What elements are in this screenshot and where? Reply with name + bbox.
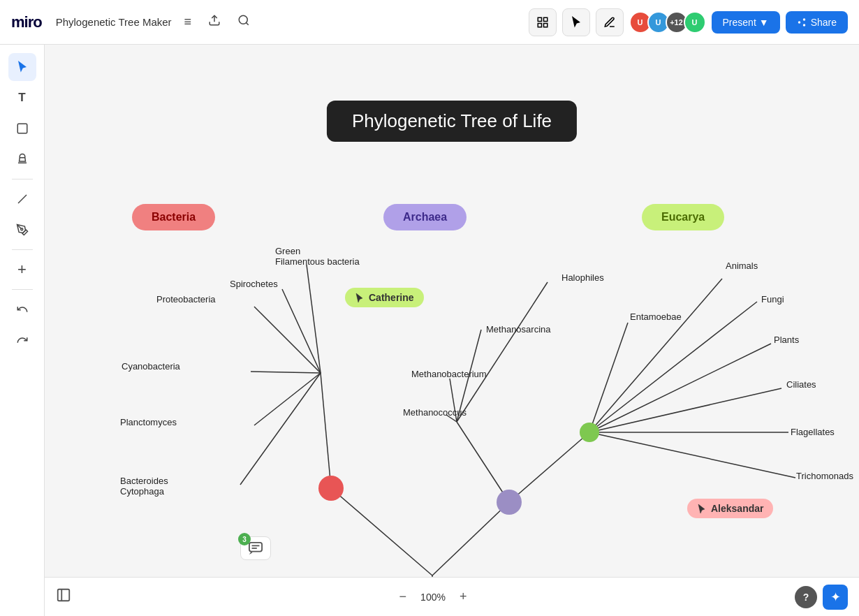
topbar: miro Phylogenetic Tree Maker ≡ U U +12 U… (0, 0, 859, 45)
svg-point-9 (20, 228, 22, 230)
label-flagellates: Flagellates (791, 427, 835, 437)
label-methanosarcina: Methanosarcina (486, 324, 551, 335)
eucarya-node (580, 423, 599, 442)
svg-line-2 (247, 22, 249, 24)
cursor-aleksandar: Aleksandar (687, 499, 773, 518)
svg-rect-7 (17, 124, 27, 133)
bottom-right-controls: ? ✦ (795, 585, 848, 610)
svg-line-32 (589, 432, 795, 478)
select-tool[interactable] (8, 53, 36, 81)
label-halophiles: Halophiles (561, 272, 604, 283)
label-animals: Animals (726, 261, 758, 271)
svg-line-8 (18, 195, 27, 203)
svg-point-1 (239, 15, 247, 24)
menu-button[interactable]: ≡ (180, 10, 196, 34)
app-logo: miro (11, 13, 42, 31)
label-bacteroides: BacteroidesCytophaga (120, 476, 168, 497)
svg-line-16 (254, 307, 321, 373)
comment-bubble[interactable]: 3 (240, 536, 271, 560)
svg-line-17 (251, 372, 321, 373)
bottombar: − 100% + ? ✦ (45, 577, 859, 616)
sidebar-divider-3 (12, 289, 33, 290)
text-tool[interactable]: T (8, 84, 36, 112)
svg-line-11 (331, 488, 432, 575)
ai-button[interactable]: ✦ (823, 585, 848, 610)
label-entamoebae: Entamoebae (630, 311, 682, 322)
apps-button[interactable] (529, 8, 557, 36)
avatar-3: U (684, 11, 706, 34)
pencil-mode-button[interactable] (596, 8, 624, 36)
label-fungi: Fungi (761, 294, 784, 305)
pointer-mode-button[interactable] (562, 8, 590, 36)
phylogenetic-tree-svg (45, 45, 859, 616)
topbar-center: U U +12 U Present ▼ Share (529, 8, 848, 36)
label-spirochetes: Spirochetes (230, 279, 278, 289)
label-cyanobacteria: Cyanobacteria (122, 361, 180, 372)
comment-count: 3 (238, 533, 251, 545)
svg-line-12 (432, 502, 509, 575)
panel-toggle[interactable] (56, 587, 71, 606)
svg-line-27 (589, 279, 722, 432)
svg-line-20 (457, 422, 509, 502)
svg-line-19 (240, 373, 321, 485)
search-button[interactable] (233, 10, 254, 34)
sidebar-divider (12, 179, 33, 179)
cursor-catherine: Catherine (345, 288, 424, 307)
online-avatars: U U +12 U (629, 11, 706, 34)
svg-rect-3 (538, 17, 541, 21)
label-methanococcus: Methanococcus (403, 407, 467, 418)
line-tool[interactable] (8, 185, 36, 213)
sidebar: T + (0, 45, 45, 616)
svg-line-18 (254, 373, 321, 425)
svg-rect-36 (58, 589, 70, 601)
present-button[interactable]: Present ▼ (712, 11, 780, 34)
document-title: Phylogenetic Tree Maker (56, 16, 172, 28)
label-plants: Plants (774, 335, 799, 345)
svg-line-22 (457, 282, 548, 422)
zoom-controls: − 100% + (394, 587, 473, 607)
svg-line-21 (509, 432, 589, 502)
label-ciliates: Ciliates (786, 379, 816, 390)
zoom-out-button[interactable]: − (394, 587, 413, 607)
redo-button[interactable] (8, 326, 36, 354)
stamp-tool[interactable] (8, 145, 36, 173)
svg-rect-33 (249, 543, 262, 552)
pen-tool[interactable] (8, 216, 36, 244)
svg-rect-5 (543, 23, 547, 27)
zoom-level: 100% (420, 592, 446, 603)
svg-rect-4 (543, 17, 547, 21)
sidebar-divider-2 (12, 249, 33, 250)
undo-button[interactable] (8, 295, 36, 323)
archaea-node (497, 490, 522, 515)
share-button[interactable]: Share (786, 11, 848, 34)
add-tool[interactable]: + (8, 256, 36, 284)
upload-button[interactable] (204, 10, 225, 34)
label-proteobacteria: Proteobacteria (156, 294, 216, 305)
bacteria-node (318, 476, 344, 501)
zoom-in-button[interactable]: + (454, 587, 473, 607)
label-trichomonads: Trichomonads (796, 471, 853, 481)
sticky-tool[interactable] (8, 115, 36, 142)
help-button[interactable]: ? (795, 586, 817, 608)
label-planctomyces: Planctomyces (120, 417, 177, 427)
canvas: Phylogenetic Tree of Life Bacteria Archa… (45, 45, 859, 616)
svg-line-29 (589, 344, 771, 432)
label-methanobacterium: Methanobacterium (411, 369, 487, 379)
svg-line-13 (321, 373, 331, 488)
svg-rect-6 (538, 23, 541, 27)
label-green-filamentous: GreenFilamentous bacteria (275, 246, 360, 267)
